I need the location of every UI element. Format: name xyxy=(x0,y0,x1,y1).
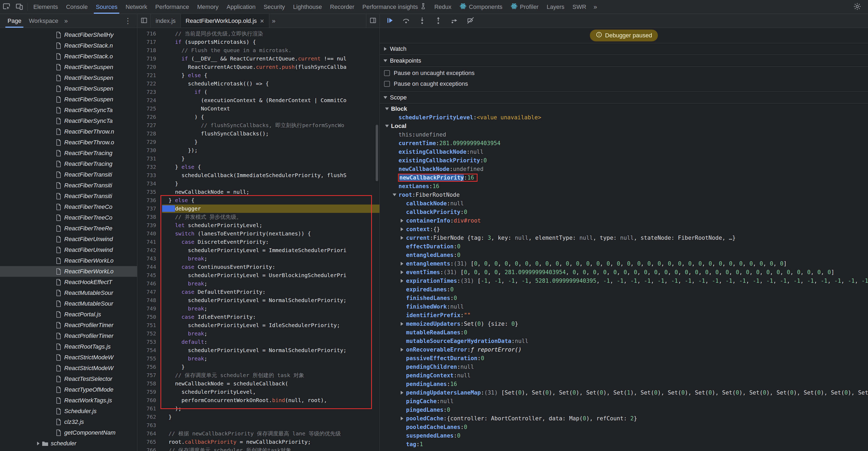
line-number-742[interactable]: 742 xyxy=(137,246,162,254)
scope-var-mutablereadlanes[interactable]: mutableReadLanes: 0 xyxy=(380,328,868,337)
device-toolbar-button[interactable] xyxy=(13,0,26,14)
line-number-762[interactable]: 762 xyxy=(137,413,162,421)
collapse-arrow-icon[interactable] xyxy=(383,96,387,99)
tree-file-reactfibersuspen-6[interactable]: ReactFiberSuspen xyxy=(0,94,137,105)
line-number-728[interactable]: 728 xyxy=(137,129,162,138)
tab-security[interactable]: Security xyxy=(259,0,289,14)
line-number-739[interactable]: 739 xyxy=(137,221,162,230)
tree-file-reactfibertreeco-17[interactable]: ReactFiberTreeCo xyxy=(0,212,137,223)
step-into-button[interactable] xyxy=(416,15,428,27)
scope-var-tag[interactable]: tag: 1 xyxy=(380,440,868,449)
expand-arrow-icon[interactable] xyxy=(401,348,403,352)
tab-page[interactable]: Page xyxy=(4,14,25,28)
code-text[interactable]: break; xyxy=(162,279,379,288)
tab-performance[interactable]: Performance xyxy=(151,0,193,14)
code-text[interactable]: debugger xyxy=(162,205,379,213)
line-number-755[interactable]: 755 xyxy=(137,355,162,363)
tree-file-reactfibertransiti-13[interactable]: ReactFiberTransiti xyxy=(0,169,137,180)
code-text[interactable]: break; xyxy=(162,355,379,363)
deactivate-breakpoints-button[interactable] xyxy=(465,15,476,27)
line-number-749[interactable]: 749 xyxy=(137,304,162,313)
tree-file-reactfiberunwind-19[interactable]: ReactFiberUnwind xyxy=(0,234,137,245)
scope-var-pendinglanes[interactable]: pendingLanes: 16 xyxy=(380,380,868,388)
line-number-729[interactable]: 729 xyxy=(137,138,162,146)
code-text[interactable]: case DefaultEventPriority: xyxy=(162,288,379,296)
scope-var-schedulerprioritylevel[interactable]: schedulerPriorityLevel: <value unavailab… xyxy=(380,113,868,122)
expand-arrow-icon[interactable] xyxy=(401,262,403,266)
code-text[interactable]: schedulerPriorityLevel, xyxy=(162,388,379,396)
scope-var-pendingchildren[interactable]: pendingChildren: null xyxy=(380,363,868,371)
code-text[interactable]: ) { xyxy=(162,113,379,121)
editor-tab-reactfiberworkloop-old-js[interactable]: ReactFiberWorkLoop.old.js× xyxy=(181,14,269,28)
tree-folder-scheduler-38[interactable]: scheduler xyxy=(0,438,137,449)
line-number-757[interactable]: 757 xyxy=(137,371,162,380)
expand-arrow-icon[interactable] xyxy=(37,442,39,445)
close-tab-icon[interactable]: × xyxy=(260,18,264,25)
debugger-sidebar-toggle-button[interactable] xyxy=(366,14,379,28)
code-text[interactable]: scheduleMicrotask(() => { xyxy=(162,80,379,88)
scope-var-identifierprefix[interactable]: identifierPrefix: "" xyxy=(380,311,868,320)
tree-file-reactprofilertimer-28[interactable]: ReactProfilerTimer xyxy=(0,331,137,341)
scope-var-root[interactable]: root: FiberRootNode xyxy=(380,190,868,199)
collapse-arrow-icon[interactable] xyxy=(385,125,389,127)
navigator-toggle-button[interactable] xyxy=(137,14,151,28)
line-number-732[interactable]: 732 xyxy=(137,163,162,171)
scope-var-callbacknode[interactable]: callbackNode: null xyxy=(380,199,868,208)
code-text[interactable]: // Flush the queue in a microtask. xyxy=(162,46,379,55)
line-number-736[interactable]: 736 xyxy=(137,196,162,205)
line-number-730[interactable]: 730 xyxy=(137,146,162,154)
scope-var-pendingupdaterslanemap[interactable]: pendingUpdatersLaneMap: (31) [Set(0), Se… xyxy=(380,388,868,397)
expand-arrow-icon[interactable] xyxy=(401,391,403,395)
code-text[interactable]: root.callbackPriority = newCallbackPrior… xyxy=(162,438,379,446)
scope-var-onrecoverableerror[interactable]: onRecoverableError: ƒ reportError() xyxy=(380,345,868,354)
line-number-743[interactable]: 743 xyxy=(137,254,162,263)
tree-file-reactmutablesour-24[interactable]: ReactMutableSour xyxy=(0,288,137,298)
tree-file-reactfibersyncta-8[interactable]: ReactFiberSyncTa xyxy=(0,116,137,126)
line-number-716[interactable]: 716 xyxy=(137,30,162,38)
line-number-763[interactable]: 763 xyxy=(137,421,162,429)
scope-var-finishedlanes[interactable]: finishedLanes: 0 xyxy=(380,294,868,302)
scope-var-containerinfo[interactable]: containerInfo: div#root xyxy=(380,216,868,225)
more-navigator-tabs-button[interactable]: » xyxy=(62,14,70,28)
line-number-723[interactable]: 723 xyxy=(137,88,162,96)
scope-var-entanglements[interactable]: entanglements: (31) [0, 0, 0, 0, 0, 0, 0… xyxy=(380,259,868,268)
scope-var-callbackpriority[interactable]: callbackPriority: 0 xyxy=(380,208,868,216)
tab-components[interactable]: Components xyxy=(456,0,506,14)
line-number-764[interactable]: 764 xyxy=(137,429,162,438)
scope-var-newcallbackpriority[interactable]: newCallbackPriority: 16 xyxy=(380,173,868,182)
scope-var-current[interactable]: current: FiberNode {tag: 3, key: null, e… xyxy=(380,234,868,242)
line-number-759[interactable]: 759 xyxy=(137,388,162,396)
code-text[interactable]: } xyxy=(162,180,379,188)
inspect-element-button[interactable] xyxy=(0,0,13,14)
code-text[interactable]: NoContext xyxy=(162,104,379,113)
tree-file-reactfiberworklo-21[interactable]: ReactFiberWorkLo xyxy=(0,255,137,266)
scope-var-finishedwork[interactable]: finishedWork: null xyxy=(380,302,868,311)
scope-var-pingcache[interactable]: pingCache: null xyxy=(380,397,868,405)
collapse-arrow-icon[interactable] xyxy=(393,193,396,196)
code-text[interactable]: schedulerPriorityLevel = NormalScheduler… xyxy=(162,346,379,355)
line-number-719[interactable]: 719 xyxy=(137,55,162,63)
scope-var-newcallbacknode[interactable]: newCallbackNode: undefined xyxy=(380,165,868,173)
scope-var-memoizedupdaters[interactable]: memoizedUpdaters: Set(0) {size: 0} xyxy=(380,320,868,328)
tab-redux[interactable]: Redux xyxy=(430,0,456,14)
tab-sources[interactable]: Sources xyxy=(92,0,121,14)
line-number-752[interactable]: 752 xyxy=(137,330,162,338)
expand-arrow-icon[interactable] xyxy=(401,270,403,274)
line-number-758[interactable]: 758 xyxy=(137,380,162,388)
tree-file-reactworktags-js-34[interactable]: ReactWorkTags.js xyxy=(0,395,137,406)
tab-swr[interactable]: SWR xyxy=(568,0,590,14)
code-text[interactable]: case DiscreteEventPriority: xyxy=(162,238,379,246)
tree-file-reactfibersyncta-7[interactable]: ReactFiberSyncTa xyxy=(0,105,137,116)
scope-var-passiveeffectduration[interactable]: passiveEffectDuration: 0 xyxy=(380,354,868,363)
code-text[interactable]: scheduleCallback(ImmediateSchedulerPrior… xyxy=(162,171,379,180)
tree-file-reactfibertreere-18[interactable]: ReactFiberTreeRe xyxy=(0,223,137,234)
line-number-724[interactable]: 724 xyxy=(137,96,162,104)
tree-file-reacttestselector-32[interactable]: ReactTestSelector xyxy=(0,373,137,384)
tree-file-reactmutablesour-25[interactable]: ReactMutableSour xyxy=(0,298,137,309)
expand-arrow-icon[interactable] xyxy=(384,47,387,51)
line-number-751[interactable]: 751 xyxy=(137,321,162,330)
checkbox[interactable] xyxy=(384,81,390,87)
line-number-733[interactable]: 733 xyxy=(137,171,162,180)
scope-var-pooledcachelanes[interactable]: pooledCacheLanes: 0 xyxy=(380,423,868,431)
resume-button[interactable] xyxy=(384,15,396,27)
